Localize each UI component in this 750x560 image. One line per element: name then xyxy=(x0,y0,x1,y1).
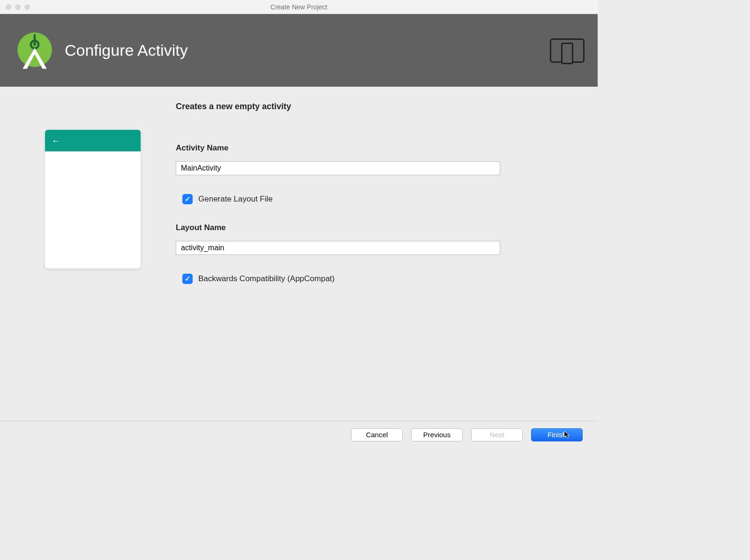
wizard-footer: Cancel Previous Next Finish xyxy=(0,421,598,448)
maximize-window[interactable] xyxy=(24,4,30,10)
device-form-factor-icon xyxy=(550,38,585,63)
content-area: ← Creates a new empty activity Activity … xyxy=(0,87,598,303)
activity-name-label: Activity Name xyxy=(176,143,574,153)
intro-text: Creates a new empty activity xyxy=(176,102,574,112)
form-column: Creates a new empty activity Activity Na… xyxy=(176,102,574,303)
next-button: Next xyxy=(471,428,523,441)
window-controls xyxy=(6,4,30,10)
activity-name-input[interactable] xyxy=(176,161,500,175)
preview-column: ← xyxy=(23,102,148,303)
generate-layout-row: Generate Layout File xyxy=(182,194,574,204)
window-title: Create New Project xyxy=(0,3,598,11)
backcompat-row: Backwards Compatibility (AppCompat) xyxy=(182,274,574,284)
window-titlebar: Create New Project xyxy=(0,0,598,14)
layout-name-group: Layout Name xyxy=(176,223,574,255)
preview-appbar: ← xyxy=(45,130,141,151)
wizard-header: Configure Activity xyxy=(0,14,598,87)
layout-name-label: Layout Name xyxy=(176,223,574,232)
back-arrow-icon: ← xyxy=(52,135,61,146)
generate-layout-checkbox[interactable] xyxy=(182,194,193,204)
activity-name-group: Activity Name xyxy=(176,143,574,175)
generate-layout-label: Generate Layout File xyxy=(198,194,273,204)
finish-button[interactable]: Finish xyxy=(531,428,583,441)
android-studio-logo-icon xyxy=(13,29,56,72)
previous-button[interactable]: Previous xyxy=(411,428,463,441)
page-title: Configure Activity xyxy=(65,41,188,60)
cancel-button[interactable]: Cancel xyxy=(351,428,403,441)
close-window[interactable] xyxy=(6,4,11,10)
activity-preview: ← xyxy=(45,130,141,269)
minimize-window[interactable] xyxy=(15,4,21,10)
backcompat-checkbox[interactable] xyxy=(182,274,193,284)
backcompat-label: Backwards Compatibility (AppCompat) xyxy=(198,274,335,284)
layout-name-input[interactable] xyxy=(176,241,500,255)
